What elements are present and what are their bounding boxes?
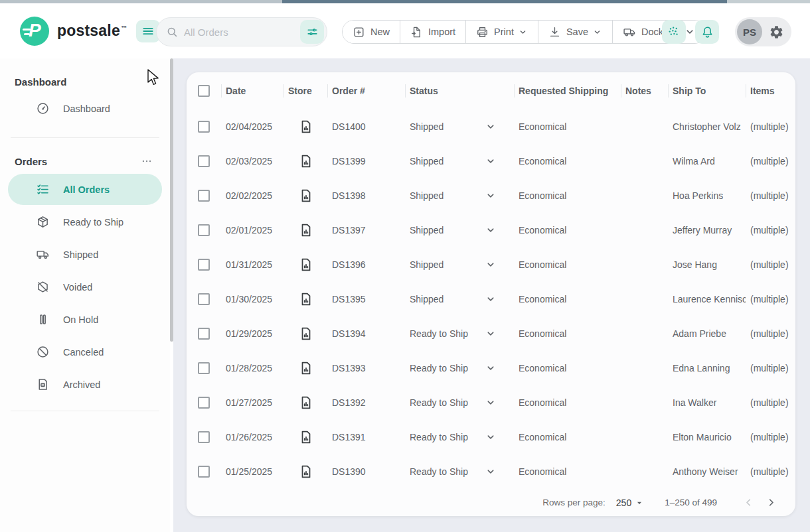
file-chart-icon[interactable]: [299, 223, 313, 237]
file-chart-icon[interactable]: [299, 119, 313, 134]
sidebar-divider: [11, 411, 159, 411]
row-checkbox[interactable]: [198, 397, 210, 409]
row-checkbox[interactable]: [198, 362, 210, 374]
row-date: 01/26/2025: [221, 432, 284, 442]
sidebar-item-archived[interactable]: Archived: [8, 369, 162, 400]
table-row[interactable]: 02/03/2025 DS1399 Shipped Economical Wil…: [187, 144, 795, 178]
settings-button[interactable]: [766, 22, 786, 42]
table-row[interactable]: 01/28/2025 DS1393 Ready to Ship Economic…: [187, 351, 795, 385]
status-dropdown[interactable]: Shipped: [405, 155, 514, 167]
sidebar-item-all-orders[interactable]: All Orders: [8, 174, 162, 205]
brand-name: postsale™: [57, 22, 127, 40]
column-header-status[interactable]: Status: [405, 72, 514, 109]
brand-logo[interactable]: P postsale™: [20, 17, 127, 46]
status-dropdown[interactable]: Ready to Ship: [405, 431, 514, 443]
status-dropdown[interactable]: Ready to Ship: [405, 328, 514, 340]
search-bar[interactable]: All Orders: [156, 17, 327, 46]
sidebar-item-shipped[interactable]: Shipped: [8, 239, 162, 270]
previous-page-button[interactable]: [737, 492, 760, 514]
toolbar-button-import[interactable]: Import: [400, 21, 466, 43]
file-chart-icon[interactable]: [299, 430, 313, 444]
status-dropdown[interactable]: Ready to Ship: [405, 397, 514, 409]
table-row[interactable]: 01/30/2025 DS1395 Shipped Economical Lau…: [187, 282, 795, 316]
checklist-icon: [36, 182, 50, 196]
orders-section-menu-button[interactable]: [139, 154, 154, 168]
file-chart-icon[interactable]: [299, 395, 313, 410]
row-requested-shipping: Economical: [514, 466, 621, 477]
toolbar-button-print[interactable]: Print: [466, 21, 538, 43]
bell-icon: [700, 25, 714, 39]
row-checkbox[interactable]: [198, 121, 210, 133]
plus-square-icon: [353, 26, 365, 38]
status-dropdown[interactable]: Shipped: [405, 224, 514, 236]
sidebar-item-label: Shipped: [63, 249, 98, 260]
next-page-button[interactable]: [760, 492, 782, 514]
file-chart-icon[interactable]: [299, 292, 313, 306]
status-dropdown[interactable]: Shipped: [405, 259, 514, 271]
table-row[interactable]: 02/02/2025 DS1398 Shipped Economical Hoa…: [187, 178, 795, 213]
sidebar-item-voided[interactable]: Voided: [8, 271, 162, 302]
table-row[interactable]: 02/04/2025 DS1400 Shipped Economical Chr…: [187, 109, 795, 144]
column-header-items[interactable]: Items: [746, 72, 795, 109]
toolbar-button-new[interactable]: New: [343, 21, 400, 43]
sidebar-item-ready-to-ship[interactable]: Ready to Ship: [8, 206, 162, 237]
row-checkbox[interactable]: [198, 259, 210, 271]
caret-down-icon: [635, 499, 643, 507]
avatar[interactable]: PS: [737, 19, 762, 44]
rows-per-page-label: Rows per page:: [542, 498, 606, 507]
row-checkbox[interactable]: [198, 190, 210, 202]
file-chart-icon[interactable]: [299, 188, 313, 203]
row-checkbox[interactable]: [198, 155, 210, 167]
status-dropdown[interactable]: Ready to Ship: [405, 362, 514, 374]
column-header-store[interactable]: Store: [284, 72, 327, 109]
row-checkbox[interactable]: [198, 224, 210, 236]
column-header-date[interactable]: Date: [221, 72, 284, 109]
sidebar-item-canceled[interactable]: Canceled: [8, 336, 162, 367]
row-requested-shipping: Economical: [514, 156, 621, 166]
column-header-order-number[interactable]: Order #: [327, 72, 405, 109]
apps-launcher-button[interactable]: [662, 20, 686, 44]
file-chart-icon[interactable]: [299, 326, 313, 341]
chevron-down-icon: [485, 431, 497, 443]
status-dropdown[interactable]: Shipped: [405, 293, 514, 305]
sidebar-item-label: Dashboard: [63, 103, 110, 114]
dock-truck-icon: [623, 25, 636, 38]
table-row[interactable]: 01/27/2025 DS1392 Ready to Ship Economic…: [187, 385, 795, 420]
row-date: 01/28/2025: [221, 363, 284, 373]
column-header-ship-to[interactable]: Ship To: [668, 72, 746, 109]
select-all-checkbox[interactable]: [198, 85, 210, 97]
row-checkbox[interactable]: [198, 431, 210, 443]
file-chart-icon[interactable]: [299, 154, 313, 168]
pagination-range: 1–250 of 499: [665, 498, 717, 507]
row-checkbox[interactable]: [198, 466, 210, 478]
row-date: 01/31/2025: [221, 259, 284, 270]
orders-table-card: Date Store Order # Status Requested Ship…: [187, 72, 795, 516]
rows-per-page-select[interactable]: 250: [616, 498, 643, 508]
status-dropdown[interactable]: Shipped: [405, 190, 514, 202]
user-menu[interactable]: PS: [735, 17, 791, 46]
table-row[interactable]: 01/26/2025 DS1391 Ready to Ship Economic…: [187, 420, 795, 454]
row-checkbox[interactable]: [198, 293, 210, 305]
sidebar-item-on-hold[interactable]: On Hold: [8, 304, 162, 335]
toolbar-button-label: Print: [494, 27, 514, 37]
table-row[interactable]: 01/25/2025 DS1390 Ready to Ship Economic…: [187, 454, 795, 489]
toolbar-button-save[interactable]: Save: [538, 21, 613, 43]
status-dropdown[interactable]: Shipped: [405, 121, 514, 133]
row-status-label: Shipped: [410, 294, 444, 304]
row-order-number: DS1394: [327, 328, 405, 339]
file-chart-icon[interactable]: [299, 361, 313, 375]
file-chart-icon[interactable]: [299, 464, 313, 479]
file-chart-icon[interactable]: [299, 257, 313, 272]
column-header-requested-shipping[interactable]: Requested Shipping: [514, 72, 621, 109]
sidebar-item-dashboard[interactable]: Dashboard: [8, 93, 162, 124]
notifications-button[interactable]: [695, 20, 719, 44]
row-ship-to: Elton Mauricio: [668, 432, 746, 442]
row-checkbox[interactable]: [198, 328, 210, 340]
table-row[interactable]: 01/31/2025 DS1396 Shipped Economical Jos…: [187, 247, 795, 282]
column-header-notes[interactable]: Notes: [621, 72, 668, 109]
toolbar-button-label: Dock: [641, 27, 663, 37]
table-row[interactable]: 01/29/2025 DS1394 Ready to Ship Economic…: [187, 316, 795, 351]
search-filter-button[interactable]: [300, 20, 324, 44]
status-dropdown[interactable]: Ready to Ship: [405, 466, 514, 478]
table-row[interactable]: 02/01/2025 DS1397 Shipped Economical Jef…: [187, 213, 795, 247]
